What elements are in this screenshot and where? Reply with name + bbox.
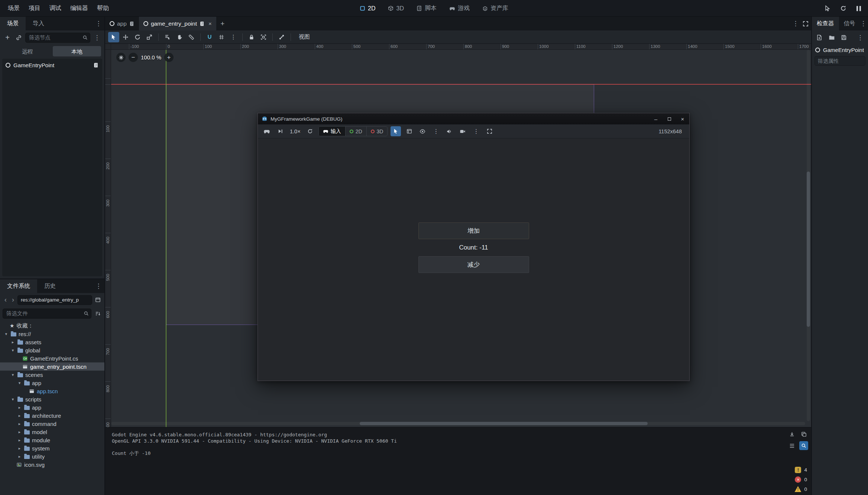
view-menu-button[interactable]: 视图 <box>294 32 314 42</box>
search-log-icon[interactable] <box>799 441 808 450</box>
expander-icon[interactable]: ▸ <box>17 438 22 443</box>
workspace-game[interactable]: 游戏 <box>445 3 474 14</box>
tab-import[interactable]: 导入 <box>26 17 51 30</box>
close-icon[interactable]: × <box>676 113 689 124</box>
expander-icon[interactable]: ▸ <box>17 454 22 459</box>
move-tool-icon[interactable] <box>120 32 131 42</box>
reset-speed-icon[interactable] <box>305 126 315 136</box>
fs-item-command[interactable]: ▸ command <box>0 420 104 428</box>
v-scrollbar-thumb[interactable] <box>807 172 810 327</box>
fs-item-scripts[interactable]: ▾ scripts <box>0 395 104 403</box>
increase-button[interactable]: 增加 <box>418 222 529 239</box>
workspace-2d[interactable]: 2D <box>355 4 380 13</box>
copy-log-icon[interactable] <box>799 430 808 439</box>
tab-inspector[interactable]: 检查器 <box>812 17 839 30</box>
save-resource-icon[interactable] <box>840 33 848 42</box>
add-node-button[interactable]: + <box>3 33 12 42</box>
expander-icon[interactable]: ▾ <box>4 332 9 336</box>
collapse-list-icon[interactable] <box>787 441 796 450</box>
input-mode-button[interactable]: 输入 <box>319 127 346 136</box>
expander-icon[interactable]: ▸ <box>17 430 22 434</box>
expander-icon[interactable]: ▸ <box>17 413 22 418</box>
mode-3d-button[interactable]: 3D <box>367 127 388 136</box>
scene-tab-app[interactable]: app <box>105 17 139 30</box>
fs-item-system[interactable]: ▸ system <box>0 444 104 452</box>
workspace-script[interactable]: 脚本 <box>412 3 441 14</box>
select-tool-icon[interactable] <box>108 32 119 42</box>
audio-mute-icon[interactable] <box>444 126 454 136</box>
dock-menu-icon[interactable]: ⋮ <box>94 17 103 30</box>
dock-menu-icon[interactable]: ⋮ <box>860 17 867 30</box>
zoom-in-button[interactable]: + <box>164 53 174 62</box>
inspected-node-row[interactable]: GameEntryPoint <box>812 45 868 55</box>
fs-item-app-folder[interactable]: ▾ app <box>0 379 104 387</box>
nav-back-icon[interactable]: ‹ <box>3 296 9 304</box>
error-count-badge[interactable]: 0 <box>795 476 808 483</box>
new-resource-icon[interactable] <box>815 33 823 42</box>
close-tab-icon[interactable]: × <box>208 20 212 27</box>
expander-icon[interactable]: ▸ <box>17 446 22 451</box>
fs-item-app-scene[interactable]: app.tscn <box>0 387 104 395</box>
center-view-icon[interactable] <box>116 53 126 62</box>
fs-item-scripts-app[interactable]: ▸ app <box>0 403 104 411</box>
scene-tree-menu-icon[interactable]: ⋮ <box>93 34 101 42</box>
expander-icon[interactable]: ▾ <box>10 397 15 402</box>
node-pick-cursor-icon[interactable] <box>391 126 401 136</box>
scene-tab-game-entry-point[interactable]: game_entry_point × <box>139 17 216 30</box>
fullscreen-icon[interactable] <box>484 126 495 136</box>
resource-menu-icon[interactable]: ⋮ <box>856 34 865 42</box>
smart-snap-icon[interactable] <box>204 32 215 42</box>
expander-icon[interactable]: ▾ <box>10 348 15 353</box>
visibility-eye-icon[interactable] <box>417 126 428 136</box>
fs-item-architecture[interactable]: ▸ architecture <box>0 411 104 420</box>
file-filter-input[interactable] <box>3 309 91 319</box>
decrease-button[interactable]: 减少 <box>418 256 529 273</box>
menu-project[interactable]: 项目 <box>25 3 45 14</box>
fs-item-model[interactable]: ▸ model <box>0 428 104 436</box>
fs-item-icon-svg[interactable]: icon.svg <box>0 460 104 469</box>
menu-scene[interactable]: 场景 <box>4 3 24 14</box>
load-resource-folder-icon[interactable] <box>827 33 836 42</box>
skeleton-icon[interactable] <box>276 32 287 42</box>
instance-scene-icon[interactable] <box>14 33 23 42</box>
fs-item-favorites[interactable]: ★ 收藏： <box>0 322 104 330</box>
fs-item-utility[interactable]: ▸ utility <box>0 452 104 460</box>
fs-item-scene-file-selected[interactable]: game_entry_point.tscn <box>0 362 104 371</box>
pick-cursor-icon[interactable] <box>823 4 832 13</box>
menu-debug[interactable]: 调试 <box>45 3 65 14</box>
expander-icon[interactable]: ▾ <box>17 381 22 385</box>
expand-editor-icon[interactable] <box>800 17 811 30</box>
mode-2d-button[interactable]: 2D <box>346 127 367 136</box>
pause-icon[interactable] <box>854 4 864 13</box>
canvas-viewport[interactable]: -100 0 100 200 300 400 500 600 700 800 9… <box>105 44 811 427</box>
expander-icon[interactable]: ▸ <box>17 421 22 426</box>
ruler-tool-icon[interactable] <box>186 32 197 42</box>
local-button[interactable]: 本地 <box>53 46 101 56</box>
remote-button[interactable]: 远程 <box>3 46 52 56</box>
nav-forward-icon[interactable]: › <box>10 296 16 304</box>
tab-signals[interactable]: 信号 <box>839 17 860 30</box>
maximize-icon[interactable] <box>663 113 676 124</box>
split-view-icon[interactable] <box>94 296 102 304</box>
suspend-gamepad-icon[interactable] <box>262 126 272 136</box>
reload-icon[interactable] <box>838 4 848 13</box>
pan-tool-icon[interactable] <box>174 32 185 42</box>
camera-options-icon[interactable]: ⋮ <box>431 126 441 136</box>
more-options-icon[interactable]: ⋮ <box>471 126 481 136</box>
menu-help[interactable]: 帮助 <box>93 3 113 14</box>
fs-item-global[interactable]: ▾ global <box>0 346 104 354</box>
game-window[interactable]: MyGFrameworkGame (DEBUG) – × 1.0× 输入 <box>258 113 690 381</box>
fs-item-scenes[interactable]: ▾ scenes <box>0 371 104 379</box>
fs-item-res-root[interactable]: ▾ res:// <box>0 330 104 338</box>
expander-icon[interactable]: ▸ <box>17 405 22 410</box>
new-tab-button[interactable]: + <box>216 17 229 30</box>
save-log-icon[interactable] <box>787 430 796 439</box>
fs-item-cs-script[interactable]: C# GameEntryPoint.cs <box>0 354 104 362</box>
next-frame-icon[interactable] <box>275 126 285 136</box>
snap-options-icon[interactable]: ⋮ <box>228 32 239 42</box>
workspace-assetlib[interactable]: 资产库 <box>478 3 513 14</box>
attached-script-icon[interactable] <box>93 62 99 68</box>
scale-tool-icon[interactable] <box>144 32 155 42</box>
tab-scene[interactable]: 场景 <box>0 17 26 30</box>
minimize-icon[interactable]: – <box>649 113 663 124</box>
